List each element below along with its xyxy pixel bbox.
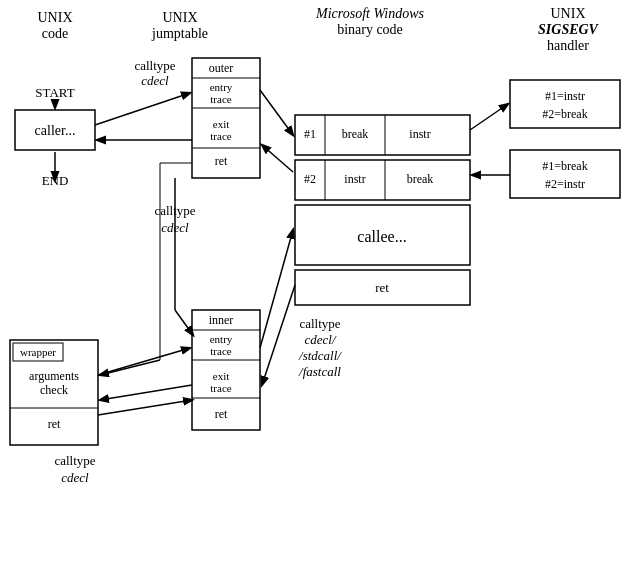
ret-outer: ret <box>215 154 228 168</box>
exit-trace2b: trace <box>210 382 231 394</box>
ret-windows: ret <box>375 280 389 295</box>
inner-label: inner <box>209 313 234 327</box>
svg-line-11 <box>98 348 190 375</box>
exit-trace1: exit <box>213 118 230 130</box>
sigsegv2-line1: #1=break <box>542 159 587 173</box>
calltype-multi4: /fastcall <box>298 364 341 379</box>
calltype-cdecl-top: calltype <box>134 58 175 73</box>
entry-trace1b: trace <box>210 93 231 105</box>
break2-label: break <box>407 172 434 186</box>
callee-text: callee... <box>357 228 406 245</box>
sigsegv-header2: SIGSEGV <box>538 22 600 37</box>
svg-line-22 <box>262 285 295 385</box>
windows-header: Microsoft Windows <box>315 6 425 21</box>
break2-num: #2 <box>304 172 316 186</box>
svg-line-17 <box>260 90 293 135</box>
start-label: START <box>35 85 74 100</box>
svg-line-18 <box>262 145 293 172</box>
arguments-check2: check <box>40 383 68 397</box>
sigsegv-header3: handler <box>547 38 589 53</box>
entry-trace2: entry <box>210 333 233 345</box>
sigsegv2-line2: #2=instr <box>545 177 585 191</box>
break1-label: break <box>342 127 369 141</box>
calltype-multi: calltype <box>299 316 340 331</box>
entry-trace1: entry <box>210 81 233 93</box>
svg-line-24 <box>175 310 193 335</box>
calltype-multi2: cdecl/ <box>304 332 336 347</box>
unix-jumptable-header2: jumptable <box>151 26 208 41</box>
svg-line-28 <box>98 400 192 415</box>
instr2-label: instr <box>344 172 365 186</box>
unix-code-header2: code <box>42 26 68 41</box>
svg-line-19 <box>470 104 508 130</box>
unix-jumptable-header: UNIX <box>163 10 198 25</box>
instr1-label: instr <box>409 127 430 141</box>
exit-trace1b: trace <box>210 130 231 142</box>
windows-header2: binary code <box>337 22 403 37</box>
calltype-cdecl-top2: cdecl <box>141 73 169 88</box>
break1-num: #1 <box>304 127 316 141</box>
sigsegv1-line1: #1=instr <box>545 89 585 103</box>
svg-line-27 <box>100 360 160 375</box>
ret-wrapper: ret <box>48 417 61 431</box>
caller-text: caller... <box>35 123 76 138</box>
unix-code-header: UNIX <box>38 10 73 25</box>
calltype-cdecl-bottom: calltype <box>54 453 95 468</box>
svg-line-21 <box>260 230 293 348</box>
calltype-multi3: /stdcall/ <box>298 348 342 363</box>
diagram: UNIX code UNIX jumptable Microsoft Windo… <box>0 0 631 574</box>
wrapper-text: wrapper <box>20 346 56 358</box>
outer-label: outer <box>209 61 234 75</box>
svg-line-12 <box>100 385 192 400</box>
ret-inner: ret <box>215 407 228 421</box>
windows-row2 <box>295 160 470 200</box>
exit-trace2: exit <box>213 370 230 382</box>
sigsegv-header: UNIX <box>551 6 586 21</box>
arguments-check: arguments <box>29 369 79 383</box>
calltype-cdecl-bottom2: cdecl <box>61 470 89 485</box>
sigsegv1-line2: #2=break <box>542 107 587 121</box>
windows-row1 <box>295 115 470 155</box>
entry-trace2b: trace <box>210 345 231 357</box>
svg-line-5 <box>95 93 190 125</box>
